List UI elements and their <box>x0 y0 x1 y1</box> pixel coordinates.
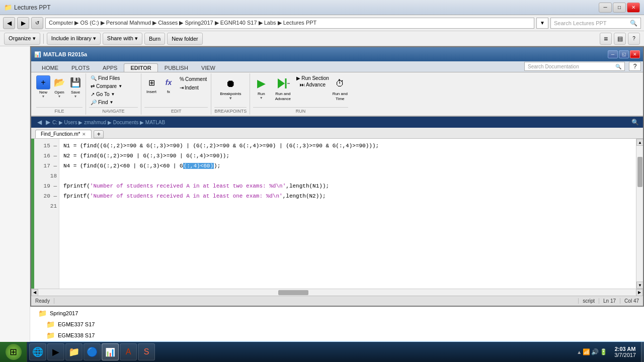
run-and-advance-button[interactable]: Run andAdvance <box>272 75 293 101</box>
tab-editor[interactable]: EDITOR <box>124 63 157 72</box>
taskbar-ie[interactable]: 🌐 <box>29 343 46 360</box>
matlab-restore-button[interactable]: ◱ <box>619 50 629 58</box>
tab-close-button[interactable]: ✕ <box>82 132 86 137</box>
line-num-20: 20 — <box>34 191 59 201</box>
taskbar-acrobat[interactable]: A <box>120 343 137 360</box>
clock[interactable]: 2:03 AM 3/7/2017 <box>609 346 641 358</box>
address-dropdown[interactable]: ▼ <box>536 18 548 29</box>
scroll-up-button[interactable]: ▲ <box>636 139 643 146</box>
comment-button[interactable]: %Comment <box>179 75 208 83</box>
ribbon-group-breakpoints: ⏺ Breakpoints ▼ BREAKPOINTS <box>211 73 250 115</box>
documentation-search[interactable]: Search Documentation 🔍 <box>524 62 625 71</box>
code-line-16: N2 = (find(G(:,2)>=90 | G(:,3)>=90 | G(:… <box>63 151 632 161</box>
scroll-left-button[interactable]: ◀ <box>31 289 38 296</box>
title-bar-controls: ─ □ ✕ <box>599 3 640 13</box>
new-button[interactable]: + New ▼ <box>36 75 50 98</box>
new-icon: + <box>36 75 50 89</box>
find-button[interactable]: 🔎Find▼ <box>89 99 138 106</box>
save-button[interactable]: 💾 Save ▼ <box>68 75 83 98</box>
editor-tab-active[interactable]: Find_Function.m* ✕ <box>35 130 92 138</box>
help-button[interactable]: ? <box>628 33 640 45</box>
code-line-21 <box>63 201 632 211</box>
run-buttons: ▶ Run ▼ <box>253 74 348 107</box>
run-advance-icon <box>275 75 291 92</box>
ribbon-help-button[interactable]: ? <box>629 62 641 71</box>
ribbon-group-run: ▶ Run ▼ <box>250 73 351 115</box>
tray-expand[interactable]: ▲ <box>577 349 582 355</box>
run-and-time-button[interactable]: ⏱ Run andTime <box>332 75 348 101</box>
open-button[interactable]: 📂 Open ▼ <box>52 75 66 98</box>
taskbar-slides[interactable]: S <box>138 343 155 360</box>
share-with-button[interactable]: Share with ▾ <box>103 33 142 45</box>
close-button[interactable]: ✕ <box>627 3 640 13</box>
refresh-button[interactable]: ↺ <box>31 17 43 29</box>
compare-icon: ⇄ <box>91 83 95 89</box>
new-folder-button[interactable]: New folder <box>167 33 203 45</box>
maximize-button[interactable]: □ <box>613 3 626 13</box>
forward-button[interactable]: ▶ <box>17 17 29 29</box>
horizontal-scrollbar[interactable]: ◀ ▶ <box>31 289 643 296</box>
vertical-scrollbar[interactable]: ▲ ▼ <box>636 139 643 289</box>
goto-icon: ↗ <box>91 92 95 97</box>
indent-button[interactable]: ⇥Indent <box>179 84 200 92</box>
taskbar-matlab[interactable]: 📊 <box>102 343 119 360</box>
path-back-button[interactable]: ◀ <box>35 119 44 126</box>
h-scroll-track[interactable] <box>38 289 636 296</box>
folder-egme337[interactable]: 📁 EGME337 S17 <box>30 319 644 330</box>
matlab-title-bar: 📊 MATLAB R2015a ─ ◱ ✕ <box>31 47 643 61</box>
matlab-close-button[interactable]: ✕ <box>630 50 640 58</box>
insert-button[interactable]: ⊞ Insert <box>144 75 158 94</box>
folder-icon-2: 📁 <box>46 320 55 328</box>
line-numbers: 15 — 16 — 17 — 18 19 — 20 — 21 <box>34 139 59 289</box>
code-content[interactable]: N1 = (find((G(:,2)>=90 & G(:,3)>=90) | (… <box>59 139 636 289</box>
start-button[interactable]: ⊞ <box>0 342 27 362</box>
minimize-button[interactable]: ─ <box>599 3 612 13</box>
breakpoints-button[interactable]: ⏺ Breakpoints ▼ <box>220 75 241 101</box>
scroll-down-button[interactable]: ▼ <box>636 282 643 289</box>
burn-button[interactable]: Burn <box>144 33 165 45</box>
organize-button[interactable]: Organize ▾ <box>4 33 40 45</box>
folder-egme338[interactable]: 📁 EGME338 S17 <box>30 330 644 341</box>
run-button[interactable]: ▶ Run ▼ <box>253 75 269 100</box>
scroll-right-button[interactable]: ▶ <box>636 289 643 296</box>
acrobat-icon: A <box>126 347 131 356</box>
code-line-20: fprintf('Number of students received A i… <box>63 191 632 201</box>
find-files-button[interactable]: 🔍Find Files <box>89 74 138 82</box>
tab-home[interactable]: HOME <box>35 63 65 72</box>
matlab-minimize-button[interactable]: ─ <box>608 50 618 58</box>
include-library-button[interactable]: Include in library ▾ <box>47 33 101 45</box>
new-tab-button[interactable]: + <box>94 130 104 138</box>
status-bar: Ready script Ln 17 Col 47 <box>31 296 643 306</box>
find-icon: 🔎 <box>91 100 97 105</box>
taskbar-media[interactable]: ▶ <box>47 343 64 360</box>
tab-apps[interactable]: APPS <box>96 63 124 72</box>
tab-publish[interactable]: PUBLISH <box>158 63 195 72</box>
path-search-button[interactable]: 🔍 <box>631 119 639 126</box>
address-path[interactable]: Computer ▶ OS (C:) ▶ Personal Mahmud ▶ C… <box>45 18 534 29</box>
h-scroll-thumb[interactable] <box>278 290 308 295</box>
scroll-track[interactable] <box>636 146 643 282</box>
tray-battery-icon: 🔋 <box>600 348 607 355</box>
view-details-button[interactable]: ▤ <box>614 33 626 45</box>
compare-button[interactable]: ⇄Compare▼ <box>89 82 138 90</box>
matlab-logo-icon: 📊 <box>34 51 41 58</box>
fx-button[interactable]: fx fx <box>162 75 176 94</box>
search-input[interactable]: Search Lectures PPT 🔍 <box>550 18 641 29</box>
tab-plots[interactable]: PLOTS <box>65 63 96 72</box>
run-section-button[interactable]: ▶Run Section <box>296 75 329 81</box>
goto-button[interactable]: ↗Go To▼ <box>89 90 138 98</box>
clock-date: 3/7/2017 <box>614 352 636 358</box>
toolbar: Organize ▾ Include in library ▾ Share wi… <box>0 31 644 46</box>
code-line-19: fprintf('Number of students received A i… <box>63 181 632 191</box>
folder-spring2017[interactable]: 📁 Spring2017 <box>30 308 644 319</box>
advance-button[interactable]: ⏭Advance <box>296 82 329 87</box>
view-list-button[interactable]: ≡ <box>600 33 612 45</box>
edit-group-label: EDIT <box>144 107 208 114</box>
path-forward-button[interactable]: ▶ <box>44 119 52 126</box>
scroll-thumb[interactable] <box>637 157 642 187</box>
taskbar-chrome[interactable]: 🔵 <box>84 343 101 360</box>
back-button[interactable]: ◀ <box>3 17 15 29</box>
tab-view[interactable]: VIEW <box>195 63 222 72</box>
taskbar-explorer[interactable]: 📁 <box>65 343 83 360</box>
show-desktop-button[interactable] <box>641 342 644 362</box>
